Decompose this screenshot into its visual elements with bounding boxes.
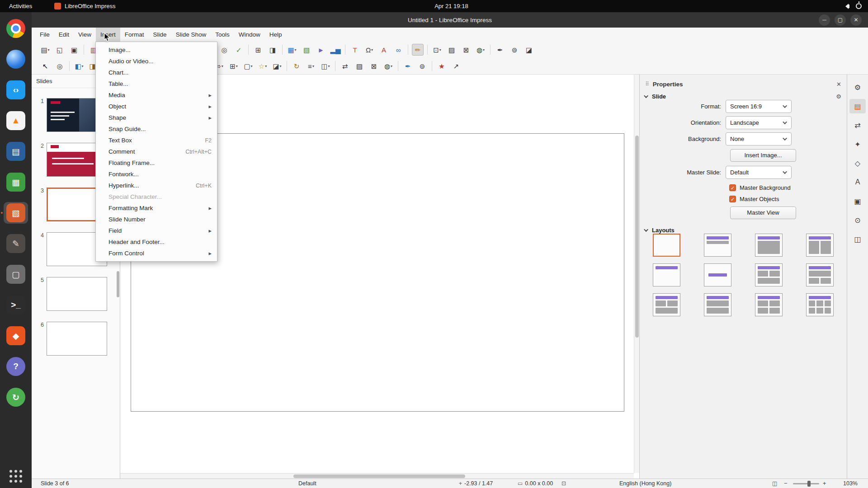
image-filter-button[interactable]: ◍▾ [475,44,486,56]
menu-item-snap-guide[interactable]: Snap Guide... [96,123,217,135]
layout-title-2content-content[interactable] [755,263,783,286]
menu-item-slide-number[interactable]: Slide Number [96,214,217,225]
dock-item-ubuntu-software[interactable]: ◆ [4,325,28,347]
menu-item-audio-or-video[interactable]: Audio or Video... [96,56,217,67]
format-select[interactable]: Screen 16:9 [726,100,792,113]
master-background-checkbox[interactable]: ✓ Master Background [729,183,791,192]
menu-item-chart[interactable]: Chart... [96,67,217,78]
menu-item-object[interactable]: Object▸ [96,101,217,112]
orientation-select[interactable]: Landscape [726,116,792,129]
distribute-selection-button[interactable]: ⇄ [339,60,351,72]
display-views-button[interactable]: ◨ [267,44,278,56]
insert-image-button[interactable]: Insert Image... [730,149,796,162]
dock-item-terminal[interactable]: >_ [4,294,28,316]
menu-item-floating-frame[interactable]: Floating Frame... [96,157,217,169]
filter-button[interactable]: ◍▾ [382,60,394,72]
star-shapes-button[interactable]: ☆▾ [257,60,269,72]
snap-guides-button[interactable]: ⊡▾ [431,44,443,56]
master-slide-select[interactable]: Default [726,166,792,179]
rotate-button[interactable]: ↻ [291,60,302,72]
dock-item-libreoffice-writer[interactable]: ▤ [4,141,28,162]
styles-icon[interactable]: A [849,175,866,189]
layout-title-4content[interactable] [755,293,783,316]
layout-title-2content-over-content[interactable] [653,293,680,316]
volume-icon[interactable] [843,4,849,9]
menu-help[interactable]: Help [265,28,287,42]
power-icon[interactable] [856,3,862,9]
dock-item-libreoffice-calc[interactable]: ▦ [4,171,28,193]
show-applications-button[interactable] [9,470,22,483]
language-status[interactable]: English (Hong Kong) [619,479,671,488]
zoom-slider[interactable] [793,483,819,484]
spelling-button[interactable]: ✓ [233,44,245,56]
zoom-in-button[interactable]: + [823,479,826,488]
menu-item-formatting-mark[interactable]: Formatting Mark▸ [96,202,217,214]
new-presentation-button[interactable]: ▤▾ [39,44,51,56]
dock-item-gimp[interactable]: ✎ [4,233,28,254]
navigator-icon[interactable]: ⊙ [849,213,866,227]
master-objects-checkbox[interactable]: ✓ Master Objects [729,194,779,203]
save-button[interactable]: ▣ [68,44,80,56]
show-draw-functions-button[interactable]: ✏ [412,44,424,56]
callout-shapes-button[interactable]: ▢▾ [242,60,254,72]
insert-table-button[interactable]: ▦▾ [286,44,298,56]
insert-text-box-button[interactable]: T [349,44,361,56]
minimize-button[interactable]: ─ [819,14,830,26]
insert-special-character-button[interactable]: Ω▾ [363,44,375,56]
insert-hyperlink-button[interactable]: ∞ [392,44,404,56]
insert-fontwork-button[interactable]: A [378,44,390,56]
menu-tools[interactable]: Tools [211,28,234,42]
layout-title-6content[interactable] [806,293,834,316]
edit-points-button[interactable]: ✒ [494,44,506,56]
zoom-out-button[interactable]: − [784,479,787,488]
dock-item-software-updater[interactable]: ↻ [4,386,28,408]
menu-view[interactable]: View [74,28,96,42]
shapes-icon[interactable]: ◇ [849,156,866,170]
vertical-scrollbar-thumb[interactable] [635,136,639,338]
sidebar-settings-icon[interactable]: ⚙ [849,80,866,94]
display-grid-button[interactable]: ⊞ [252,44,264,56]
insert-image-button[interactable]: ▧ [301,44,312,56]
layout-blank[interactable] [653,234,680,257]
animation-button[interactable]: ★ [436,60,448,72]
menu-item-fontwork[interactable]: Fontwork... [96,169,217,180]
open-file-button[interactable]: ◱ [54,44,66,56]
layout-centered-text[interactable] [704,263,731,286]
fill-color-button[interactable]: ◧▾ [73,60,85,72]
interaction-button[interactable]: ↗ [450,60,462,72]
gallery-icon[interactable]: ▣ [849,194,866,208]
menu-item-media[interactable]: Media▸ [96,89,217,101]
3d-objects-button[interactable]: ◪▾ [271,60,283,72]
master-slides-icon[interactable]: ◫ [849,232,866,246]
slides-panel-scrollbar[interactable] [117,271,119,297]
arrange-button[interactable]: ◫▾ [320,60,331,72]
activities-button[interactable]: Activities [9,3,32,9]
find-and-replace-button[interactable]: ◎ [218,44,230,56]
glue-points-button[interactable]: ⊚ [509,44,520,56]
clock[interactable]: Apr 21 19:18 [434,3,468,9]
slide-transition-icon[interactable]: ⇄ [849,118,866,132]
layout-title-content-2content[interactable] [806,263,834,286]
animation-icon[interactable]: ✦ [849,137,866,151]
crop-image-button[interactable]: ⊠ [460,44,472,56]
slide-thumbnail-6[interactable]: 6 [32,322,120,356]
menu-edit[interactable]: Edit [54,28,74,42]
focused-app-indicator[interactable]: LibreOffice Impress [54,3,115,9]
vertical-scrollbar[interactable] [634,75,639,473]
zoom-slider-thumb[interactable] [807,481,811,487]
zoom-pan-button[interactable]: ◎ [54,60,66,72]
zoom-level[interactable]: 103% [843,479,858,488]
object-shadow-button[interactable]: ▨ [354,60,365,72]
align-objects-button[interactable]: ≡▾ [305,60,317,72]
edit-points-mode-button[interactable]: ✒ [402,60,414,72]
dock-item-help[interactable]: ? [4,356,28,377]
more-options-icon[interactable]: ⚙ [836,93,841,100]
glue-points-mode-button[interactable]: ⊚ [416,60,428,72]
maximize-button[interactable]: ▢ [835,14,846,26]
background-select[interactable]: None [726,132,792,145]
dock-item-chrome[interactable] [4,18,28,39]
menu-item-form-control[interactable]: Form Control▸ [96,248,217,259]
menu-item-hyperlink[interactable]: Hyperlink...Ctrl+K [96,180,217,191]
dock-item-libreoffice-impress[interactable]: ▧ [4,202,28,224]
dock-item-vlc[interactable]: ▲ [4,110,28,131]
